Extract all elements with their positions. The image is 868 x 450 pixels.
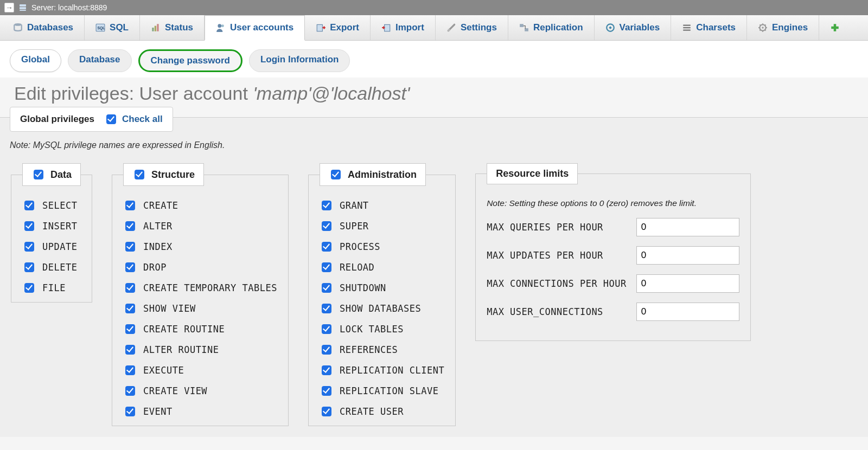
privilege-item[interactable]: CREATE bbox=[123, 199, 277, 212]
tab-status[interactable]: Status bbox=[140, 15, 205, 40]
privilege-checkbox[interactable] bbox=[125, 221, 135, 231]
privilege-item[interactable]: SHUTDOWN bbox=[320, 281, 444, 294]
privilege-item[interactable]: CREATE VIEW bbox=[123, 384, 277, 397]
resource-row: MAX UPDATES PER HOUR bbox=[487, 246, 739, 265]
privilege-checkbox[interactable] bbox=[24, 221, 34, 231]
privilege-checkbox[interactable] bbox=[322, 407, 331, 416]
legend-data-checkbox[interactable] bbox=[34, 170, 43, 179]
privilege-item[interactable]: ALTER ROUTINE bbox=[123, 343, 277, 356]
privilege-checkbox[interactable] bbox=[125, 304, 135, 313]
privilege-item[interactable]: SUPER bbox=[320, 220, 444, 233]
privilege-checkbox[interactable] bbox=[322, 262, 331, 272]
tab-replication[interactable]: Replication bbox=[508, 15, 595, 40]
tab-charsets[interactable]: Charsets bbox=[671, 15, 747, 40]
privilege-item[interactable]: DROP bbox=[123, 261, 277, 274]
privilege-item[interactable]: CREATE USER bbox=[320, 405, 444, 418]
tab-label: User accounts bbox=[230, 22, 293, 33]
privilege-checkbox[interactable] bbox=[322, 365, 331, 375]
privilege-checkbox[interactable] bbox=[125, 201, 135, 210]
privilege-item[interactable]: UPDATE bbox=[22, 240, 81, 253]
privilege-item[interactable]: LOCK TABLES bbox=[320, 323, 444, 336]
subtab-label: Database bbox=[79, 54, 120, 65]
tab-databases[interactable]: Databases bbox=[2, 15, 85, 40]
privilege-item[interactable]: EXECUTE bbox=[123, 364, 277, 377]
tab-import[interactable]: Import bbox=[371, 15, 436, 40]
server-icon bbox=[18, 3, 27, 12]
resource-input[interactable] bbox=[636, 274, 739, 293]
privilege-checkbox[interactable] bbox=[322, 201, 331, 210]
privilege-checkbox[interactable] bbox=[322, 221, 331, 231]
legend-administration[interactable]: Administration bbox=[320, 163, 426, 186]
legend-label: Administration bbox=[348, 169, 417, 181]
legend-admin-checkbox[interactable] bbox=[331, 170, 341, 179]
privilege-checkbox[interactable] bbox=[125, 407, 135, 416]
privilege-checkbox[interactable] bbox=[322, 386, 331, 396]
privilege-item[interactable]: RELOAD bbox=[320, 261, 444, 274]
nav-arrow-icon[interactable]: → bbox=[4, 3, 14, 12]
privilege-item[interactable]: REPLICATION CLIENT bbox=[320, 364, 444, 377]
privilege-label: CREATE ROUTINE bbox=[143, 324, 225, 335]
privilege-checkbox[interactable] bbox=[125, 345, 135, 355]
privilege-item[interactable]: CREATE ROUTINE bbox=[123, 323, 277, 336]
privilege-checkbox[interactable] bbox=[125, 365, 135, 375]
privilege-item[interactable]: ALTER bbox=[123, 220, 277, 233]
tab-more[interactable] bbox=[819, 15, 843, 40]
tab-engines[interactable]: Engines bbox=[747, 15, 819, 40]
privilege-item[interactable]: FILE bbox=[22, 281, 81, 294]
privilege-item[interactable]: SELECT bbox=[22, 199, 81, 212]
privilege-checkbox[interactable] bbox=[322, 304, 331, 313]
resource-input[interactable] bbox=[636, 303, 739, 321]
tab-sql[interactable]: SQL SQL bbox=[85, 15, 140, 40]
page-title-account: 'mamp'@'localhost' bbox=[253, 83, 410, 104]
privilege-checkbox[interactable] bbox=[125, 386, 135, 396]
check-all[interactable]: Check all bbox=[104, 113, 163, 126]
privilege-checkbox[interactable] bbox=[322, 242, 331, 252]
legend-structure[interactable]: Structure bbox=[123, 163, 204, 186]
privilege-item[interactable]: EVENT bbox=[123, 405, 277, 418]
privilege-item[interactable]: GRANT bbox=[320, 199, 444, 212]
svg-rect-1 bbox=[20, 7, 26, 9]
tab-settings[interactable]: Settings bbox=[436, 15, 508, 40]
privilege-item[interactable]: INDEX bbox=[123, 240, 277, 253]
privilege-checkbox[interactable] bbox=[24, 262, 34, 272]
privilege-item[interactable]: REPLICATION SLAVE bbox=[320, 384, 444, 397]
privilege-checkbox[interactable] bbox=[322, 283, 331, 293]
subtab-change-password[interactable]: Change password bbox=[138, 49, 242, 72]
legend-data[interactable]: Data bbox=[22, 163, 81, 186]
privilege-label: EXECUTE bbox=[143, 365, 184, 376]
privilege-checkbox[interactable] bbox=[24, 242, 34, 252]
sub-tabs: Global Database Change password Login In… bbox=[0, 41, 868, 78]
privilege-checkbox[interactable] bbox=[125, 283, 135, 293]
check-all-label: Check all bbox=[122, 114, 163, 125]
tab-export[interactable]: Export bbox=[305, 15, 371, 40]
privilege-checkbox[interactable] bbox=[322, 324, 331, 334]
privilege-checkbox[interactable] bbox=[125, 262, 135, 272]
privilege-item[interactable]: CREATE TEMPORARY TABLES bbox=[123, 281, 277, 294]
privilege-item[interactable]: SHOW VIEW bbox=[123, 302, 277, 315]
tab-variables[interactable]: Variables bbox=[595, 15, 672, 40]
resource-input[interactable] bbox=[636, 218, 739, 236]
tab-label: Export bbox=[330, 22, 359, 33]
privilege-checkbox[interactable] bbox=[322, 345, 331, 355]
privilege-checkbox[interactable] bbox=[24, 201, 34, 210]
privilege-item[interactable]: INSERT bbox=[22, 220, 81, 233]
subtab-database[interactable]: Database bbox=[68, 49, 132, 72]
privilege-label: LOCK TABLES bbox=[340, 324, 404, 335]
resource-input[interactable] bbox=[636, 246, 739, 265]
privilege-item[interactable]: DELETE bbox=[22, 261, 81, 274]
subtab-global[interactable]: Global bbox=[10, 49, 61, 72]
privilege-item[interactable]: REFERENCES bbox=[320, 343, 444, 356]
privilege-item[interactable]: SHOW DATABASES bbox=[320, 302, 444, 315]
check-all-checkbox[interactable] bbox=[106, 114, 116, 124]
subtab-login-information[interactable]: Login Information bbox=[249, 49, 350, 72]
svg-rect-14 bbox=[520, 24, 524, 27]
legend-structure-checkbox[interactable] bbox=[135, 170, 144, 179]
privilege-item[interactable]: PROCESS bbox=[320, 240, 444, 253]
privilege-label: CREATE USER bbox=[340, 406, 404, 417]
svg-point-13 bbox=[448, 29, 450, 31]
privilege-checkbox[interactable] bbox=[125, 242, 135, 252]
privilege-checkbox[interactable] bbox=[125, 324, 135, 334]
subtab-label: Global bbox=[21, 54, 50, 65]
tab-user-accounts[interactable]: User accounts bbox=[205, 15, 305, 41]
privilege-checkbox[interactable] bbox=[24, 283, 34, 293]
